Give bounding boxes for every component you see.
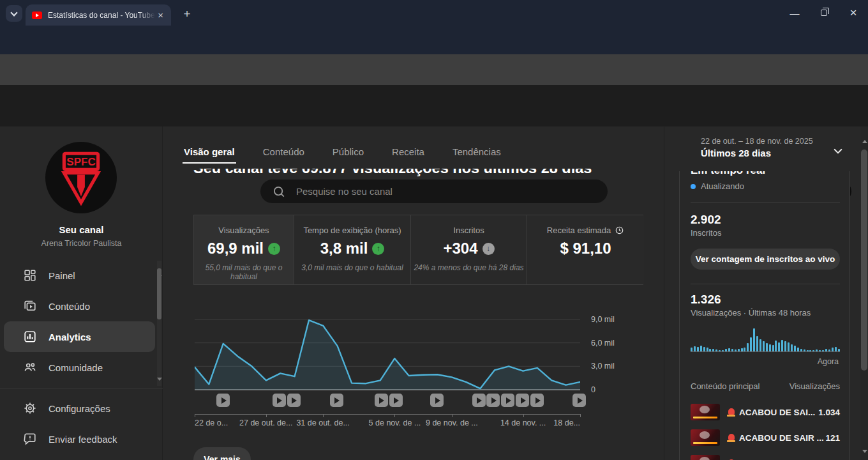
page-scrollbar-thumb[interactable] bbox=[861, 150, 867, 371]
y-axis-label: 6,0 mil bbox=[591, 339, 615, 348]
sidebar-item-comunidade[interactable]: Comunidade bbox=[0, 352, 155, 383]
search-input[interactable] bbox=[296, 186, 551, 197]
realtime-bar bbox=[722, 350, 724, 351]
video-upload-marker[interactable] bbox=[273, 394, 286, 407]
video-upload-marker[interactable] bbox=[375, 394, 388, 407]
realtime-bar bbox=[775, 341, 777, 351]
sidebar-scroll-down-icon[interactable] bbox=[157, 381, 162, 392]
video-upload-marker[interactable] bbox=[530, 394, 544, 407]
restore-button[interactable] bbox=[809, 0, 839, 26]
video-upload-marker[interactable] bbox=[330, 394, 343, 407]
chart-x-axis-line bbox=[195, 414, 580, 415]
realtime-bar bbox=[766, 343, 768, 351]
sidebar-item-conteudo[interactable]: Conteúdo bbox=[0, 291, 155, 321]
card-receita[interactable]: Receita estimada $ 91,10 bbox=[527, 215, 644, 284]
tab-publico[interactable]: Público bbox=[333, 146, 364, 169]
youtube-favicon-icon bbox=[32, 12, 42, 19]
realtime-bar bbox=[794, 346, 796, 351]
video-upload-marker[interactable] bbox=[486, 394, 500, 407]
sidebar-item-analytics[interactable]: Analytics bbox=[4, 321, 155, 352]
realtime-bar bbox=[719, 350, 721, 351]
realtime-bar bbox=[778, 342, 780, 351]
x-axis-label: 18 de... bbox=[553, 418, 580, 427]
realtime-bar bbox=[832, 348, 834, 351]
sidebar-item-configuracoes[interactable]: Configurações bbox=[0, 393, 155, 424]
sidebar-item-label: Conteúdo bbox=[49, 301, 90, 312]
tab-search-button[interactable] bbox=[6, 5, 22, 22]
analytics-icon bbox=[23, 330, 37, 344]
date-range-selector[interactable]: 22 de out. – 18 de nov. de 2025 Últimos … bbox=[664, 126, 860, 171]
tab-tendencias[interactable]: Tendências bbox=[453, 146, 501, 169]
card-tempo-exibicao[interactable]: Tempo de exibição (horas) 3,8 mil↑ 3,0 m… bbox=[294, 215, 411, 284]
card-inscritos[interactable]: Inscritos +304↓ 24% a menos do que há 28… bbox=[411, 215, 527, 284]
realtime-bar bbox=[812, 350, 814, 351]
card-divider bbox=[691, 284, 840, 284]
video-upload-marker[interactable] bbox=[430, 394, 444, 407]
sidebar-item-painel[interactable]: Painel bbox=[0, 260, 155, 291]
sidebar-divider bbox=[0, 388, 163, 388]
browser-chrome: Estatísticas do canal - YouTube Studio ×… bbox=[0, 0, 868, 54]
card-visualizacoes[interactable]: Visualizações 69,9 mil↑ 55,0 mil mais do… bbox=[194, 215, 294, 284]
x-axis-label: 9 de nov. de ... bbox=[426, 418, 478, 427]
metric-cards: Visualizações 69,9 mil↑ 55,0 mil mais do… bbox=[193, 215, 643, 285]
sidebar-item-label: Comunidade bbox=[49, 362, 103, 373]
realtime-bar bbox=[709, 349, 711, 351]
x-axis-label: 14 de nov. ... bbox=[500, 418, 546, 427]
video-upload-marker[interactable] bbox=[516, 394, 529, 407]
card-value: 69,9 mil bbox=[207, 240, 264, 257]
play-icon bbox=[491, 397, 497, 404]
realtime-bar bbox=[741, 348, 743, 351]
channel-search[interactable] bbox=[260, 180, 608, 203]
close-button[interactable]: × bbox=[839, 0, 868, 26]
sidebar-item-label: Configurações bbox=[49, 403, 110, 414]
video-upload-marker[interactable] bbox=[216, 394, 230, 407]
x-axis-tick bbox=[452, 414, 453, 417]
top-content-row[interactable] bbox=[691, 450, 840, 460]
chart-y-axis: 9,0 mil6,0 mil3,0 mil0 bbox=[591, 313, 629, 390]
live-subscriber-count-button[interactable]: Ver contagem de inscritos ao vivo bbox=[691, 249, 840, 270]
video-thumbnail bbox=[691, 455, 720, 460]
subscribers-count: 2.902 bbox=[691, 213, 721, 227]
realtime-bar bbox=[835, 347, 837, 351]
new-tab-button[interactable]: + bbox=[179, 6, 195, 22]
sidebar-item-enviar-feedback[interactable]: Enviar feedback bbox=[0, 424, 155, 454]
realtime-bar bbox=[707, 348, 708, 351]
play-icon bbox=[292, 397, 297, 404]
realtime-bar bbox=[772, 345, 774, 351]
tab-close-icon[interactable]: × bbox=[155, 9, 166, 21]
realtime-bar bbox=[797, 348, 799, 351]
realtime-bar bbox=[784, 341, 786, 351]
scroll-up-icon[interactable] bbox=[862, 129, 867, 141]
top-content-row[interactable]: ACABOU DE SAIR ... 121 bbox=[691, 425, 840, 450]
video-upload-marker[interactable] bbox=[472, 394, 486, 407]
scroll-down-icon[interactable] bbox=[862, 453, 867, 460]
realtime-bar bbox=[756, 336, 758, 351]
content-icon bbox=[23, 299, 37, 313]
video-title: ACABOU DE SAIR ... bbox=[739, 433, 824, 443]
video-upload-marker[interactable] bbox=[572, 394, 586, 407]
card-value: 3,8 mil bbox=[320, 240, 368, 257]
x-axis-label: 27 de out. de... bbox=[239, 418, 292, 427]
minimize-button[interactable]: — bbox=[780, 0, 809, 26]
video-upload-marker[interactable] bbox=[287, 394, 301, 407]
tab-title: Estatísticas do canal - YouTube Studio bbox=[48, 11, 155, 20]
tab-visao-geral[interactable]: Visão geral bbox=[184, 146, 235, 169]
top-content-label: Conteúdo principal bbox=[691, 381, 760, 391]
realtime-bar bbox=[809, 350, 811, 351]
play-icon bbox=[379, 397, 384, 404]
see-more-button[interactable]: Ver mais bbox=[193, 447, 251, 460]
sidebar-scrollbar-thumb[interactable] bbox=[157, 268, 161, 319]
realtime-bar bbox=[744, 348, 745, 351]
play-icon bbox=[221, 397, 227, 404]
sidebar-channel-avatar[interactable]: SPFC bbox=[45, 142, 117, 213]
trend-down-icon: ↓ bbox=[483, 243, 495, 255]
top-content-row[interactable]: ACABOU DE SAI... 1.034 bbox=[691, 399, 840, 425]
period-label: Últimos 28 dias bbox=[701, 148, 771, 158]
svg-text:SPFC: SPFC bbox=[66, 157, 95, 169]
x-axis-label: 5 de nov. de ... bbox=[369, 418, 421, 427]
tab-conteudo[interactable]: Conteúdo bbox=[263, 146, 304, 169]
browser-tab[interactable]: Estatísticas do canal - YouTube Studio × bbox=[26, 4, 171, 26]
tab-receita[interactable]: Receita bbox=[392, 146, 424, 169]
video-upload-marker[interactable] bbox=[389, 394, 403, 407]
video-upload-marker[interactable] bbox=[501, 394, 514, 407]
